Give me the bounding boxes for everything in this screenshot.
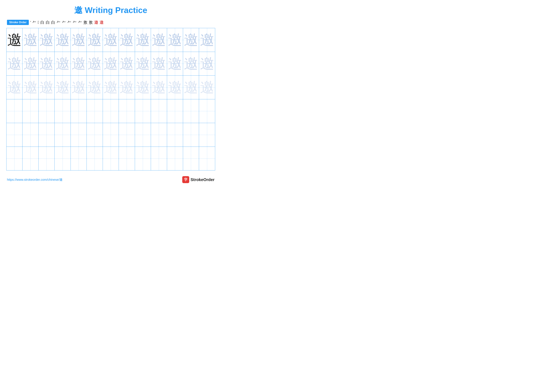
footer: https://www.strokeorder.com/chinese/邀 字 … xyxy=(6,176,215,183)
grid-cell[interactable]: 邀 xyxy=(87,52,103,76)
grid-cell[interactable] xyxy=(87,147,103,171)
grid-cell[interactable] xyxy=(119,99,135,123)
grid-cell[interactable] xyxy=(103,99,119,123)
stroke-char-5: 白 xyxy=(45,20,50,25)
grid-cell[interactable]: 邀 xyxy=(199,52,215,76)
practice-char: 邀 xyxy=(152,57,166,71)
grid-cell[interactable] xyxy=(22,147,38,171)
practice-char: 邀 xyxy=(56,57,70,71)
grid-cell[interactable] xyxy=(71,123,87,147)
grid-cell[interactable] xyxy=(7,123,22,147)
grid-cell[interactable]: 邀 xyxy=(55,52,71,76)
grid-cell[interactable]: 邀 xyxy=(119,28,135,52)
practice-char: 邀 xyxy=(72,33,86,47)
grid-cell[interactable] xyxy=(199,147,215,171)
grid-cell[interactable] xyxy=(103,147,119,171)
grid-cell[interactable] xyxy=(135,99,151,123)
practice-char: 邀 xyxy=(7,80,22,95)
grid-cell[interactable] xyxy=(167,123,183,147)
practice-char: 邀 xyxy=(168,33,182,47)
grid-cell[interactable] xyxy=(7,147,22,171)
grid-cell[interactable] xyxy=(7,99,22,123)
grid-cell[interactable]: 邀 xyxy=(199,76,215,99)
grid-cell[interactable] xyxy=(151,147,167,171)
grid-cell[interactable]: 邀 xyxy=(151,52,167,76)
practice-char: 邀 xyxy=(104,80,118,95)
grid-cell[interactable]: 邀 xyxy=(103,76,119,99)
grid-cell[interactable]: 邀 xyxy=(71,28,87,52)
grid-cell[interactable] xyxy=(38,123,54,147)
grid-cell[interactable] xyxy=(199,123,215,147)
grid-cell[interactable] xyxy=(151,123,167,147)
grid-cell[interactable]: 邀 xyxy=(183,28,199,52)
grid-cell[interactable]: 邀 xyxy=(103,28,119,52)
grid-cell[interactable]: 邀 xyxy=(167,76,183,99)
practice-char: 邀 xyxy=(152,33,166,47)
grid-cell[interactable]: 邀 xyxy=(119,76,135,99)
logo-icon: 字 xyxy=(182,176,189,183)
grid-cell[interactable] xyxy=(22,99,38,123)
stroke-char-2: 𠂉 xyxy=(32,20,37,25)
grid-cell[interactable] xyxy=(87,123,103,147)
stroke-char-4: 白 xyxy=(40,20,45,25)
practice-char: 邀 xyxy=(23,80,38,95)
grid-cell[interactable]: 邀 xyxy=(7,76,22,99)
grid-cell[interactable]: 邀 xyxy=(103,52,119,76)
grid-cell[interactable] xyxy=(103,123,119,147)
grid-cell[interactable]: 邀 xyxy=(183,76,199,99)
grid-cell[interactable]: 邀 xyxy=(199,28,215,52)
grid-row-2: 邀 邀 邀 邀 邀 邀 邀 邀 邀 邀 邀 邀 邀 xyxy=(7,52,215,76)
grid-cell[interactable] xyxy=(183,147,199,171)
grid-cell[interactable] xyxy=(55,147,71,171)
grid-cell[interactable]: 邀 xyxy=(183,52,199,76)
stroke-char-1: ' xyxy=(30,20,31,25)
grid-cell[interactable] xyxy=(167,147,183,171)
grid-cell[interactable]: 邀 xyxy=(151,28,167,52)
grid-cell[interactable] xyxy=(119,147,135,171)
grid-cell[interactable] xyxy=(119,123,135,147)
grid-cell[interactable] xyxy=(135,123,151,147)
grid-cell[interactable]: 邀 xyxy=(135,28,151,52)
stroke-char-15: 邀 xyxy=(99,20,104,25)
grid-cell[interactable] xyxy=(87,99,103,123)
grid-cell[interactable]: 邀 xyxy=(38,52,54,76)
grid-cell[interactable]: 邀 xyxy=(87,28,103,52)
grid-cell[interactable]: 邀 xyxy=(71,76,87,99)
grid-cell[interactable] xyxy=(71,99,87,123)
grid-cell[interactable]: 邀 xyxy=(151,76,167,99)
grid-cell[interactable]: 邀 xyxy=(167,28,183,52)
stroke-char-13: 敫 xyxy=(88,20,93,25)
grid-cell[interactable]: 邀 xyxy=(22,76,38,99)
grid-cell[interactable] xyxy=(38,99,54,123)
grid-cell[interactable]: 邀 xyxy=(22,28,38,52)
grid-cell[interactable] xyxy=(22,123,38,147)
grid-cell[interactable]: 邀 xyxy=(38,28,54,52)
grid-cell[interactable]: 邀 xyxy=(135,52,151,76)
grid-cell[interactable] xyxy=(55,99,71,123)
grid-cell[interactable]: 邀 xyxy=(7,52,22,76)
footer-url[interactable]: https://www.strokeorder.com/chinese/邀 xyxy=(7,178,63,182)
grid-cell[interactable] xyxy=(183,99,199,123)
grid-cell[interactable] xyxy=(167,99,183,123)
grid-cell[interactable]: 邀 xyxy=(135,76,151,99)
grid-cell[interactable]: 邀 xyxy=(38,76,54,99)
grid-row-1: 邀 邀 邀 邀 邀 邀 邀 邀 邀 邀 邀 邀 邀 xyxy=(7,28,215,52)
grid-cell[interactable] xyxy=(199,99,215,123)
grid-cell[interactable] xyxy=(183,123,199,147)
grid-cell[interactable]: 邀 xyxy=(119,52,135,76)
practice-char: 邀 xyxy=(184,80,198,95)
stroke-chars: ' 𠂉 𠀎 白 白 白 𠂉 𠂉 𠂉 𠂉 𠂉 敫 敫 邀 邀 xyxy=(30,20,104,25)
grid-cell[interactable]: 邀 xyxy=(71,52,87,76)
grid-cell[interactable]: 邀 xyxy=(22,52,38,76)
grid-cell[interactable]: 邀 xyxy=(87,76,103,99)
grid-cell[interactable] xyxy=(55,123,71,147)
grid-cell[interactable]: 邀 xyxy=(55,28,71,52)
grid-cell[interactable]: 邀 xyxy=(55,76,71,99)
grid-cell[interactable] xyxy=(71,147,87,171)
grid-cell[interactable] xyxy=(151,99,167,123)
stroke-char-7: 𠂉 xyxy=(56,20,61,25)
grid-cell[interactable]: 邀 xyxy=(167,52,183,76)
grid-cell[interactable]: 邀 xyxy=(7,28,22,52)
grid-cell[interactable] xyxy=(38,147,54,171)
grid-cell[interactable] xyxy=(135,147,151,171)
